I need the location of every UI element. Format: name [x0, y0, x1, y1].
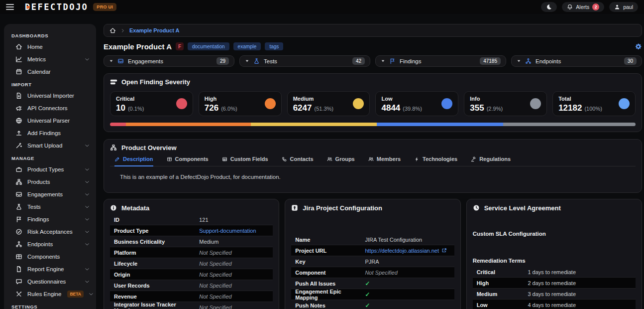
info-color-dot [530, 98, 541, 109]
sidebar-item-findings[interactable]: Findings [4, 213, 96, 225]
chevron-right-icon [120, 28, 125, 33]
bell-icon [567, 4, 573, 10]
table-row: Business CriticalityMedium [110, 236, 273, 247]
tag-documentation[interactable]: documentation [188, 42, 229, 50]
jira-configuration-card: Jira Project Configuration NameJIRA Test… [285, 199, 460, 309]
bar-segment-info [503, 123, 636, 126]
network-icon [15, 241, 22, 248]
sidebar-section-dashboards: DASHBOARDS [4, 29, 96, 40]
sidebar-item-endpoints[interactable]: Endpoints [4, 238, 96, 250]
sidebar-item-add-findings[interactable]: Add Findings [4, 127, 96, 139]
sidebar-item-metrics[interactable]: Metrics [4, 53, 96, 65]
chevron-down-icon [85, 204, 90, 209]
jira-table: NameJIRA Test Configuration Project URLh… [291, 234, 454, 309]
bar-segment-low [377, 123, 503, 126]
table-row: Engagement Epic Mapping✓ [291, 289, 454, 300]
detail-cards-row: Metadata ID121 Product TypeSupport-docum… [104, 199, 642, 309]
findings-count: 47185 [480, 57, 501, 65]
sidebar-item-api-connectors[interactable]: API Connectors [4, 102, 96, 114]
user-menu-button[interactable]: paul [609, 2, 638, 12]
sidebar-item-tests[interactable]: Tests [4, 200, 96, 213]
tab-contacts[interactable]: Contacts [282, 156, 314, 166]
app-logo[interactable]: DEFECTDOJO [25, 2, 88, 12]
high-color-dot [265, 98, 276, 109]
table-row: Project URLhttps://defectdojo.atlassian.… [291, 245, 454, 256]
dark-mode-toggle[interactable] [541, 2, 557, 12]
chevron-down-icon [85, 217, 90, 222]
hamburger-menu-icon[interactable] [6, 4, 14, 10]
severity-tiles: Critical 10(0.1%) High 726(6.0%) Medium … [110, 91, 636, 116]
engagements-count: 29 [216, 57, 229, 65]
tag-tags[interactable]: tags [265, 42, 283, 50]
tab-members[interactable]: Members [368, 156, 401, 166]
comment-icon [15, 278, 22, 285]
chevron-down-icon [85, 57, 90, 62]
briefcase-icon [15, 166, 22, 173]
pencil-icon [114, 156, 120, 162]
severity-bars-icon [110, 78, 117, 86]
phone-icon [282, 156, 287, 162]
tab-custom-fields[interactable]: Custom Fields [222, 156, 268, 166]
external-link-icon [441, 248, 447, 253]
severity-tile-info: Info 355(2.9%) [464, 91, 547, 116]
page-title: Example Product A [104, 42, 172, 51]
breadcrumb-home-icon[interactable] [109, 27, 116, 34]
tab-groups[interactable]: Groups [327, 156, 355, 166]
tab-description[interactable]: Description [114, 156, 153, 166]
product-description: This is an example of a DefectDojo Produ… [110, 174, 636, 180]
sidebar-item-product-types[interactable]: Product Types [4, 163, 96, 175]
chevron-down-icon [89, 292, 94, 297]
table-row: User RecordsNot Specified [110, 280, 273, 291]
findings-dropdown[interactable]: Findings 47185 [375, 55, 506, 67]
sidebar-item-universal-parser[interactable]: Universal Parser [4, 114, 96, 127]
alerts-button[interactable]: Alerts 2 [562, 2, 604, 12]
sidebar-item-components[interactable]: Components [4, 250, 96, 263]
table-row: Critical1 days to remediate [473, 267, 636, 278]
tests-dropdown[interactable]: Tests 42 [239, 55, 370, 67]
sla-table: Critical1 days to remediate High2 days t… [473, 267, 636, 309]
magic-wand-icon [15, 142, 22, 149]
flask-icon [15, 203, 22, 210]
gear-icon[interactable] [635, 43, 642, 50]
flag-icon [15, 216, 22, 223]
sidebar-item-products[interactable]: Products [4, 175, 96, 188]
chart-line-icon [15, 56, 22, 63]
tests-icon [253, 58, 260, 64]
main-content: Example Product A Example Product A F do… [104, 24, 642, 309]
critical-color-dot [176, 98, 187, 109]
tab-technologies[interactable]: Technologies [414, 156, 457, 166]
product-type-link[interactable]: Support-documentation [199, 228, 256, 234]
beta-badge: BETA [67, 291, 84, 298]
sidebar-item-questionnaires[interactable]: Questionnaires [4, 275, 96, 288]
breadcrumb-current[interactable]: Example Product A [129, 27, 179, 33]
sla-card-title: Service Level Agreement [484, 204, 561, 212]
table-row: Low4 days to remediate [473, 300, 636, 309]
moon-icon [546, 4, 552, 10]
caret-down-icon [109, 59, 113, 63]
sla-card: Service Level Agreement Custom SLA Confi… [466, 199, 642, 309]
sidebar-item-report-engine[interactable]: Report Engine [4, 263, 96, 275]
sidebar-item-risk-acceptances[interactable]: Risk Acceptances [4, 225, 96, 238]
check-icon: ✓ [365, 280, 370, 287]
sidebar-item-engagements[interactable]: Engagements [4, 188, 96, 200]
sidebar-item-smart-upload[interactable]: Smart Upload [4, 139, 96, 152]
sidebar-item-calendar[interactable]: Calendar [4, 65, 96, 78]
tab-components[interactable]: Components [167, 156, 209, 166]
table-row: Integrator Issue Tracker MappingsNot Spe… [110, 302, 273, 309]
sidebar-item-universal-importer[interactable]: Universal Importer [4, 89, 96, 102]
tag-example[interactable]: example [233, 42, 261, 50]
inbox-icon [15, 191, 22, 198]
jira-card-title: Jira Project Configuration [303, 204, 382, 212]
jira-project-url-link[interactable]: https://defectdojo.atlassian.net [365, 248, 447, 254]
endpoints-dropdown[interactable]: Endpoints 30 [511, 55, 642, 67]
sidebar-item-rules-engine[interactable]: Rules Engine BETA [4, 288, 96, 300]
tab-regulations[interactable]: Regulations [471, 156, 511, 166]
engagements-dropdown[interactable]: Engagements 29 [104, 55, 234, 67]
finding-type-badge: F [176, 42, 184, 50]
sidebar-item-home[interactable]: Home [4, 40, 96, 53]
endpoints-icon [525, 58, 532, 64]
chevron-down-icon [85, 143, 90, 148]
breadcrumb: Example Product A [104, 24, 642, 37]
severity-tile-high: High 726(6.0%) [199, 91, 282, 116]
tools-icon [15, 291, 22, 298]
